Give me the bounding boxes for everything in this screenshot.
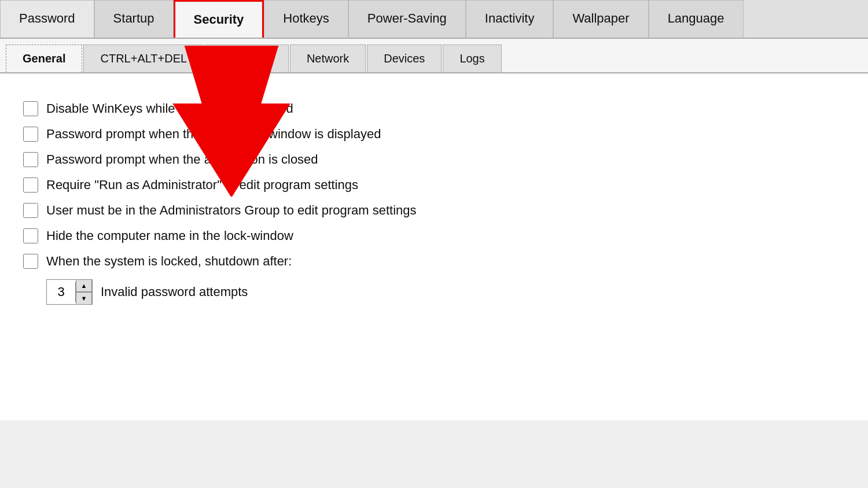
checkbox-row-7: When the system is locked, shutdown afte… [23,254,845,269]
sub-tab-devices[interactable]: Devices [367,45,442,72]
checkbox-1[interactable] [23,101,38,116]
sub-tab-logs[interactable]: Logs [443,45,501,72]
spinner-down-button[interactable]: ▼ [76,292,92,305]
checkbox-row-4: Require "Run as Administrator" to edit p… [23,178,845,193]
top-tab-startup[interactable]: Startup [94,0,174,38]
checkbox-label-2: Password prompt when the application win… [46,127,381,142]
checkbox-6[interactable] [23,228,38,243]
checkbox-label-5: User must be in the Administrators Group… [46,203,417,218]
checkbox-row-6: Hide the computer name in the lock-windo… [23,228,845,243]
top-tab-inactivity[interactable]: Inactivity [466,0,554,38]
sub-tab-ctrl-alt-del[interactable]: CTRL+ALT+DEL [83,45,204,72]
checkbox-5[interactable] [23,203,38,218]
checkbox-row-3: Password prompt when the application is … [23,152,845,167]
spinner-buttons: ▲▼ [76,279,92,305]
checkbox-label-7: When the system is locked, shutdown afte… [46,254,292,269]
spinner-row: 3▲▼Invalid password attempts [46,279,845,305]
sub-tab-network[interactable]: Network [290,45,366,72]
checkbox-4[interactable] [23,178,38,193]
sub-tab-programs[interactable]: Programs [205,45,289,72]
content-area: Disable WinKeys while the system is lock… [0,73,868,420]
top-tab-security[interactable]: Security [174,0,264,38]
top-tab-bar: PasswordStartupSecurityHotkeysPower-Savi… [0,0,868,39]
top-tab-password[interactable]: Password [0,0,94,38]
checkbox-label-1: Disable WinKeys while the system is lock… [46,101,293,116]
checkbox-label-3: Password prompt when the application is … [46,152,318,167]
checkbox-7[interactable] [23,254,38,269]
spinner-label: Invalid password attempts [101,284,248,300]
spinner-up-button[interactable]: ▲ [76,279,92,292]
top-tab-language[interactable]: Language [649,0,744,38]
spinner-box: 3▲▼ [46,279,93,305]
checkbox-label-6: Hide the computer name in the lock-windo… [46,228,293,243]
checkbox-label-4: Require "Run as Administrator" to edit p… [46,178,358,193]
spinner-value[interactable]: 3 [47,282,76,302]
checkbox-row-5: User must be in the Administrators Group… [23,203,845,218]
checkbox-2[interactable] [23,127,38,142]
sub-tab-bar: GeneralCTRL+ALT+DELProgramsNetworkDevice… [0,39,868,73]
checkbox-row-1: Disable WinKeys while the system is lock… [23,101,845,116]
checkbox-row-2: Password prompt when the application win… [23,127,845,142]
checkbox-3[interactable] [23,152,38,167]
top-tab-wallpaper[interactable]: Wallpaper [553,0,648,38]
top-tab-power-saving[interactable]: Power-Saving [348,0,466,38]
top-tab-hotkeys[interactable]: Hotkeys [264,0,348,38]
sub-tab-general[interactable]: General [6,45,82,72]
